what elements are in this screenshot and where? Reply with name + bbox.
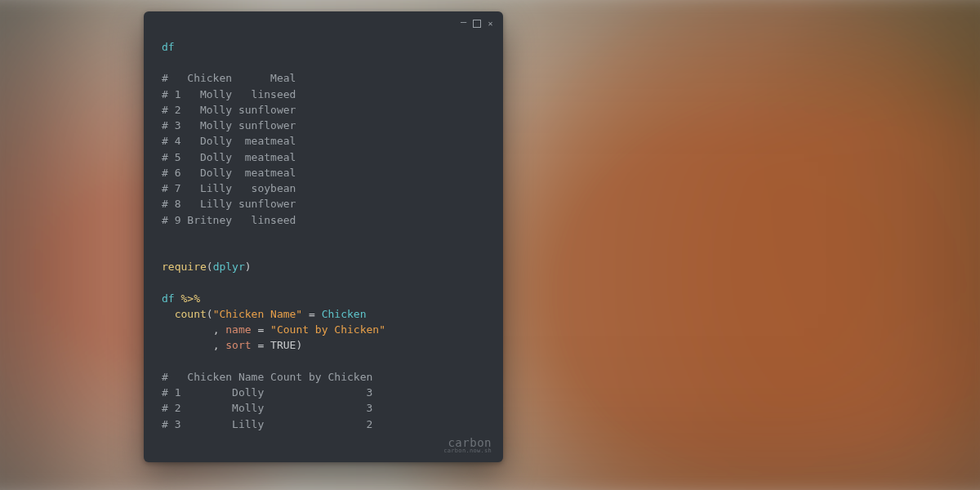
code-token: require (162, 261, 207, 273)
code-token: name (225, 323, 251, 336)
code-comment: # 2 Molly sunflower (162, 104, 296, 116)
close-icon[interactable] (486, 20, 495, 29)
code-comment: # Chicken Meal (162, 72, 296, 84)
code-comment: # 3 Lilly 2 (162, 418, 372, 430)
code-token: Chicken (322, 308, 367, 320)
code-token: %>% (180, 292, 199, 305)
code-comment: # 8 Lilly sunflower (162, 198, 296, 210)
code-comment: # 4 Dolly meatmeal (162, 135, 296, 147)
watermark-sub: carbon.now.sh (144, 448, 492, 454)
code-token: , (213, 323, 220, 336)
code-comment: # 1 Molly linseed (162, 88, 296, 100)
watermark: carbon carbon.now.sh (144, 435, 503, 462)
code-comment: # 9 Britney linseed (162, 214, 296, 226)
code-block: df # Chicken Meal # 1 Molly linseed # 2 … (144, 33, 503, 435)
watermark-brand: carbon (144, 437, 492, 448)
code-token: = (257, 339, 264, 351)
code-window: df # Chicken Meal # 1 Molly linseed # 2 … (144, 11, 503, 462)
code-token: count (175, 308, 207, 320)
code-token: ) (296, 339, 302, 351)
code-token: dplyr (213, 261, 245, 273)
maximize-icon[interactable] (473, 20, 481, 28)
code-token: TRUE (270, 339, 296, 351)
code-token: df (162, 41, 175, 53)
code-token: "Count by Chicken" (270, 323, 385, 336)
code-comment: # 6 Dolly meatmeal (162, 167, 296, 179)
code-token: ( (207, 261, 213, 273)
code-comment: # 1 Dolly 3 (162, 386, 372, 399)
minimize-icon[interactable] (459, 20, 468, 29)
code-comment: # 5 Dolly meatmeal (162, 151, 296, 163)
code-token: = (257, 323, 264, 336)
code-token: ) (245, 261, 252, 273)
window-titlebar (144, 11, 503, 33)
code-token: = (309, 308, 315, 320)
code-token: , (213, 339, 220, 351)
code-token: df (162, 292, 175, 305)
code-token: ( (207, 308, 213, 320)
code-token: sort (225, 339, 251, 351)
code-comment: # Chicken Name Count by Chicken (162, 371, 372, 383)
code-comment: # 2 Molly 3 (162, 402, 372, 414)
code-comment: # 7 Lilly soybean (162, 182, 296, 194)
code-comment: # 3 Molly sunflower (162, 119, 296, 131)
code-token: "Chicken Name" (213, 308, 303, 320)
